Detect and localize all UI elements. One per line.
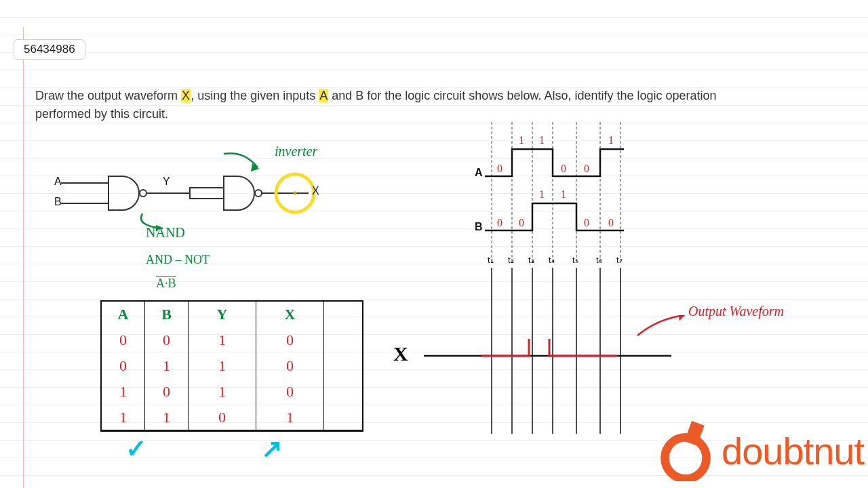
svg-text:t₇: t₇ bbox=[616, 255, 623, 265]
doubtnut-logo: doubtnut bbox=[651, 413, 868, 488]
svg-text:1: 1 bbox=[561, 188, 566, 200]
label-X: X bbox=[312, 185, 319, 197]
svg-marker-47 bbox=[678, 315, 685, 321]
truth-table: A B Y X 0 0 1 0 0 1 1 0 1 0 1 0 1 1 0 1 bbox=[100, 300, 363, 432]
svg-text:t₅: t₅ bbox=[572, 255, 578, 265]
svg-text:0: 0 bbox=[584, 217, 589, 228]
svg-text:t₄: t₄ bbox=[549, 255, 555, 265]
logo-text: doubtnut bbox=[722, 429, 864, 473]
svg-point-2 bbox=[140, 190, 146, 197]
input-waveforms: A B t₁ t₂ t₃ t₄ t₅ t₆ t₇ 0 1 1 0 0 1 0 0… bbox=[471, 122, 634, 271]
svg-text:t₂: t₂ bbox=[508, 255, 514, 265]
circuit-diagram: A B Y X bbox=[54, 173, 339, 227]
label-A: A bbox=[54, 176, 62, 188]
annotation-abbar: A·B bbox=[156, 277, 176, 291]
question-text: Draw the output waveform X, using the gi… bbox=[35, 87, 727, 123]
svg-text:0: 0 bbox=[608, 217, 614, 228]
svg-point-48 bbox=[665, 437, 706, 479]
svg-point-8 bbox=[294, 192, 297, 195]
svg-text:t₁: t₁ bbox=[488, 255, 494, 265]
output-waveform bbox=[393, 339, 678, 386]
svg-text:0: 0 bbox=[561, 163, 566, 174]
svg-text:B: B bbox=[475, 221, 483, 232]
annotation-nand: NAND bbox=[146, 225, 185, 241]
highlight-a: A bbox=[319, 89, 328, 102]
svg-text:1: 1 bbox=[519, 134, 524, 146]
svg-text:1: 1 bbox=[539, 188, 545, 200]
svg-text:0: 0 bbox=[497, 217, 502, 228]
svg-text:1: 1 bbox=[608, 134, 614, 146]
svg-text:t₆: t₆ bbox=[596, 255, 602, 265]
svg-text:A: A bbox=[475, 167, 483, 178]
svg-text:1: 1 bbox=[539, 134, 545, 146]
annotation-inverter: inverter bbox=[275, 144, 317, 159]
cyan-arrow-icon: ↗ bbox=[261, 434, 283, 464]
svg-rect-4 bbox=[190, 188, 224, 199]
svg-text:0: 0 bbox=[497, 163, 502, 174]
svg-point-5 bbox=[255, 190, 262, 197]
logo-icon bbox=[655, 420, 716, 481]
problem-id: 56434986 bbox=[14, 39, 85, 60]
svg-text:0: 0 bbox=[519, 217, 524, 228]
highlight-x: X bbox=[181, 89, 191, 102]
svg-text:0: 0 bbox=[584, 163, 589, 174]
label-Y: Y bbox=[163, 176, 170, 188]
red-arrow-icon bbox=[631, 315, 692, 342]
cyan-check-icon: ✓ bbox=[125, 434, 147, 464]
svg-text:t₃: t₃ bbox=[528, 255, 534, 265]
label-B: B bbox=[54, 196, 62, 208]
margin-line bbox=[23, 27, 24, 488]
annotation-andnot: AND – NOT bbox=[146, 253, 210, 267]
annotation-output: Output Waveform bbox=[688, 304, 784, 319]
